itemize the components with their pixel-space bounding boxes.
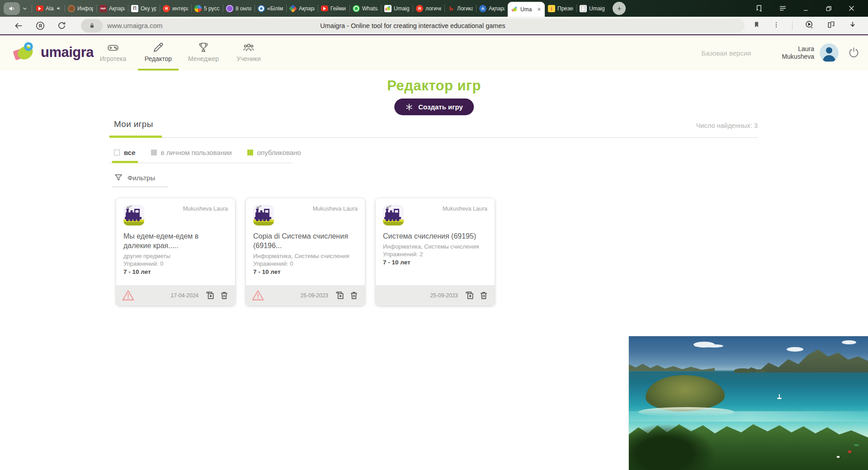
tab-prezen[interactable]: i Презен — [545, 0, 576, 17]
pkp-badge-icon: РКР — [99, 5, 107, 12]
yandex-services-icon[interactable]: Я — [35, 21, 45, 31]
delete-button[interactable] — [479, 291, 489, 301]
tab-audio-icon[interactable] — [56, 6, 61, 11]
duplicate-button[interactable] — [205, 290, 215, 301]
side-panel-icon[interactable] — [755, 4, 763, 13]
back-button[interactable] — [14, 21, 24, 31]
tab-label: интера — [172, 5, 188, 12]
more-options-icon[interactable] — [773, 21, 780, 30]
address-input[interactable]: www.umaigra.com Umaigra - Online tool fo… — [81, 19, 745, 33]
tab-geimi[interactable]: Гейми — [318, 0, 349, 17]
filter-all[interactable]: все — [114, 149, 136, 156]
tab-8onla[interactable]: 8 онла — [223, 0, 255, 17]
logout-button[interactable] — [848, 46, 860, 60]
card-footer: 25-09-2023 — [246, 285, 365, 306]
tab-oku[interactable]: П Оку ур — [128, 0, 160, 17]
card-title[interactable]: Система счисления (69195) — [383, 231, 487, 241]
game-thumbnail-train — [383, 205, 404, 226]
new-tab-button[interactable] — [613, 2, 626, 15]
tab-intera[interactable]: Я интера — [160, 0, 191, 17]
tab-infor[interactable]: Инфор — [65, 0, 96, 17]
column-icon: П — [131, 5, 138, 12]
main-navigation: Игротека Редактор Менеджер Ученики — [90, 35, 271, 70]
avatar[interactable] — [820, 43, 839, 62]
game-card[interactable]: Mukusheva Laura Мы едем-едем-едем в дале… — [116, 198, 235, 306]
game-card[interactable]: Mukusheva Laura Copia di Система счислен… — [246, 198, 365, 306]
version-label: Базовая версия — [701, 49, 751, 57]
tab-label: 8 онла — [236, 5, 251, 12]
yandex-icon: Я — [416, 5, 423, 12]
filter-private[interactable]: в личном пользовании — [151, 149, 232, 156]
maximize-icon[interactable] — [825, 5, 832, 12]
close-window-icon[interactable] — [848, 5, 855, 12]
minimize-icon[interactable] — [802, 5, 810, 12]
my-games-section: Мои игры Число найденных: 3 все в личном… — [109, 119, 758, 306]
pip-video-island[interactable] — [628, 336, 868, 470]
umaigra-logo-icon — [13, 42, 37, 63]
tab-5russ[interactable]: 5 русс — [191, 0, 223, 17]
nav-label: Менеджер — [188, 55, 219, 62]
nav-label: Редактор — [145, 55, 172, 62]
mute-all-button[interactable] — [4, 2, 20, 15]
duplicate-button[interactable] — [335, 290, 345, 301]
tab-umaigra-active[interactable]: Uma — [508, 2, 545, 17]
gray-square-icon[interactable] — [151, 150, 157, 155]
card-date: 17-04-2024 — [171, 292, 198, 299]
tab-label: «Білім — [267, 5, 283, 12]
filter-published[interactable]: опубликовано — [247, 149, 301, 156]
plus-icon — [616, 5, 623, 12]
nav-menedzher[interactable]: Менеджер — [181, 35, 226, 70]
nav-ucheniki[interactable]: Ученики — [226, 35, 271, 70]
tab-logika[interactable]: Ь Логика — [444, 0, 476, 17]
cloud — [842, 340, 856, 344]
card-footer: 17-04-2024 — [116, 285, 235, 306]
chevron-down-icon[interactable] — [22, 5, 28, 12]
forest-shadow — [628, 424, 715, 470]
delete-button[interactable] — [349, 291, 359, 301]
tab-label: Ақпара — [109, 5, 125, 12]
card-title[interactable]: Мы едем-едем-едем в далекие края..... — [123, 231, 228, 250]
speaker-icon — [8, 5, 15, 12]
bookmark-icon[interactable] — [753, 21, 760, 30]
tab-label: WhatsA — [362, 5, 378, 12]
blue-ring-icon — [258, 5, 265, 12]
filters-button[interactable]: Фильтры — [112, 173, 168, 187]
tab-whatsapp[interactable]: WhatsA — [349, 0, 381, 17]
svg-text:Я: Я — [38, 23, 42, 28]
warning-icon — [122, 290, 134, 301]
nav-redaktor[interactable]: Редактор — [136, 35, 181, 70]
close-tab-icon[interactable] — [537, 7, 542, 12]
checkbox-unchecked-icon[interactable] — [114, 150, 120, 155]
tab-akpara-pkp[interactable]: РКР Ақпара — [96, 0, 128, 17]
delete-button[interactable] — [219, 291, 229, 301]
green-square-icon[interactable] — [247, 150, 253, 155]
card-age-range: 7 - 10 лет — [123, 268, 228, 275]
card-title[interactable]: Copia di Система счисления (69196... — [253, 231, 358, 250]
video-player-icon[interactable] — [805, 20, 814, 31]
umaigra-logo[interactable]: umaigra — [13, 42, 94, 63]
create-game-button[interactable]: Создать игру — [394, 99, 474, 115]
reload-button[interactable] — [57, 21, 66, 30]
tab-akpara-diamond[interactable]: Ақпара — [286, 0, 318, 17]
tab-bilim[interactable]: «Білім — [255, 0, 286, 17]
tab-youtube-alan[interactable]: Alan — [33, 0, 65, 17]
game-card[interactable]: Mukusheva Laura Система счисления (69195… — [376, 198, 495, 306]
user-last-name: Mukusheva — [782, 53, 814, 60]
user-name: Laura Mukusheva — [782, 45, 814, 61]
tab-umaigra-1[interactable]: Umaigr — [381, 0, 413, 17]
downloads-icon[interactable] — [848, 20, 857, 31]
collections-icon[interactable] — [826, 20, 836, 31]
menu-icon[interactable] — [778, 4, 787, 13]
filter-label: все — [124, 149, 136, 156]
yandex-icon: Я — [163, 5, 170, 12]
filters-button-label: Фильтры — [127, 174, 155, 182]
duplicate-button[interactable] — [464, 290, 475, 301]
nav-igroteka[interactable]: Игротека — [90, 35, 136, 70]
trophy-icon — [197, 41, 210, 54]
tab-my-games[interactable]: Мои игры — [109, 119, 153, 129]
tab-logiche[interactable]: Я логиче — [413, 0, 444, 17]
tab-label: Umaigr — [394, 5, 410, 12]
tab-umaigra-doc[interactable]: Umaigr — [576, 0, 608, 17]
reef-shallows — [629, 411, 868, 422]
tab-akpara-blue[interactable]: А Ақпара — [476, 0, 508, 17]
